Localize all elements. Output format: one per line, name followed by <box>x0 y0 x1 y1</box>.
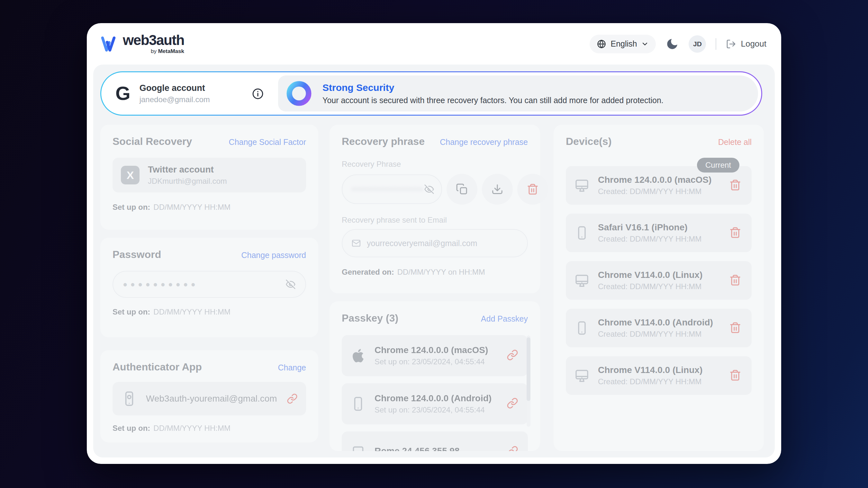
delete-phrase-button[interactable] <box>517 174 548 205</box>
trash-icon[interactable] <box>729 227 741 239</box>
recovery-email-label: Recovery phrase sent to Email <box>342 216 528 225</box>
header-controls: English JD Logout <box>590 35 767 53</box>
info-icon[interactable] <box>252 88 264 100</box>
device-meta: Created: DD/MM/YYY HH:MM <box>598 282 703 291</box>
laptop-icon <box>350 444 366 451</box>
account-title: Google account <box>140 83 210 93</box>
copy-icon <box>456 183 468 195</box>
passkey-meta: Set up on: 23/05/2024, 04:55:44 <box>374 357 488 366</box>
smartphone-icon <box>350 396 366 412</box>
dark-mode-toggle-moon-icon[interactable] <box>665 37 679 51</box>
change-recovery-phrase-link[interactable]: Change recovery phrase <box>440 137 528 147</box>
mail-icon <box>351 238 361 248</box>
passkey-name: Chrome 124.0.0.0 (macOS) <box>374 345 488 355</box>
logout-icon <box>726 39 736 49</box>
recovery-email-value: yourrecoveryemail@gmail.com <box>367 239 477 248</box>
trash-icon[interactable] <box>729 322 741 334</box>
add-passkey-link[interactable]: Add Passkey <box>481 314 528 324</box>
recovery-phrase-card: Recovery phrase Change recovery phrase R… <box>330 125 540 293</box>
password-field[interactable]: ●●●●●●●●●● <box>113 271 306 298</box>
passkey-meta: Set up on: 23/05/2024, 04:55:44 <box>374 405 492 415</box>
trash-icon[interactable] <box>729 274 741 286</box>
trash-icon[interactable] <box>729 369 741 381</box>
web3auth-logo: web3auth by MetaMask <box>101 33 184 55</box>
link-icon[interactable] <box>507 446 518 451</box>
trash-icon <box>527 183 539 195</box>
authenticator-phone-icon <box>121 390 137 407</box>
recovery-phrase-field[interactable]: •••••••••••••••••• <box>342 174 442 204</box>
header-divider <box>716 38 716 50</box>
device-name: Chrome 124.0.0.0 (macOS) <box>598 175 711 185</box>
security-banner: G Google account janedoe@gmail.com Stron… <box>100 71 762 116</box>
desktop-icon <box>574 368 590 383</box>
recovery-phrase-title: Recovery phrase <box>342 136 425 148</box>
globe-icon <box>597 39 606 49</box>
authenticator-row: Web3auth-youremail@gmal.com <box>113 382 306 415</box>
eye-off-icon[interactable] <box>285 279 296 289</box>
x-twitter-icon: X <box>121 166 140 185</box>
passkey-row: Chrome 124.0.0.0 (macOS) Set up on: 23/0… <box>342 335 528 376</box>
desktop-icon <box>574 178 590 193</box>
factors-area: Social Recovery Change Social Factor X T… <box>93 125 775 457</box>
device-name: Chrome V114.0.0 (Linux) <box>598 270 703 280</box>
download-icon <box>491 183 503 195</box>
device-name: Chrome V114.0.0 (Linux) <box>598 365 703 375</box>
eye-off-icon[interactable] <box>424 184 434 194</box>
change-authenticator-link[interactable]: Change <box>278 363 306 372</box>
device-meta: Created: DD/MM/YYY HH:MM <box>598 377 703 386</box>
recovery-generated-date: Generated on:DD/MM/YYYY on HH:MM <box>342 268 528 276</box>
app-header: web3auth by MetaMask English JD Logout <box>87 23 781 65</box>
social-account-email: JDKmurthi@gmail.com <box>148 177 227 186</box>
language-selector[interactable]: English <box>590 35 656 53</box>
logo-byline: by MetaMask <box>151 48 184 55</box>
unlink-icon[interactable] <box>287 393 298 404</box>
device-name: Safari V16.1 (iPhone) <box>598 222 702 233</box>
device-row: Current Chrome 124.0.0.0 (macOS) Created… <box>566 166 752 205</box>
authenticator-title: Authenticator App <box>113 361 202 373</box>
web3auth-logo-icon <box>101 36 118 52</box>
passkey-title: Passkey (3) <box>342 312 398 324</box>
device-row: Chrome V114.0.0 (Linux) Created: DD/MM/Y… <box>566 356 752 395</box>
copy-phrase-button[interactable] <box>446 174 477 205</box>
authenticator-card: Authenticator App Change Web3auth-yourem… <box>100 350 318 443</box>
password-setup-date: Set up on:DD/MM/YYYY HH:MM <box>113 307 306 317</box>
social-recovery-title: Social Recovery <box>113 136 192 148</box>
column-right: Device(s) Delete all Current Chrome 124.… <box>554 125 764 451</box>
smartphone-icon <box>574 320 590 336</box>
logo-wordmark: web3auth <box>123 33 184 47</box>
column-left: Social Recovery Change Social Factor X T… <box>100 125 318 443</box>
device-row: Chrome V114.0.0 (Android) Created: DD/MM… <box>566 309 752 347</box>
page-background: web3auth by MetaMask English JD Logout <box>0 0 868 488</box>
user-avatar[interactable]: JD <box>689 35 706 53</box>
devices-card: Device(s) Delete all Current Chrome 124.… <box>554 125 764 451</box>
content-panel: G Google account janedoe@gmail.com Stron… <box>93 65 775 457</box>
password-title: Password <box>113 249 161 261</box>
device-list: Current Chrome 124.0.0.0 (macOS) Created… <box>566 166 752 395</box>
security-ring-icon <box>286 81 311 106</box>
download-phrase-button[interactable] <box>482 174 513 205</box>
smartphone-icon <box>574 225 590 240</box>
recovery-phrase-label: Recovery Phrase <box>342 160 528 169</box>
link-icon[interactable] <box>507 397 518 409</box>
social-setup-date: Set up on:DD/MM/YYYY HH:MM <box>113 203 306 212</box>
delete-all-link[interactable]: Delete all <box>718 137 752 147</box>
link-icon[interactable] <box>507 349 518 361</box>
recovery-email-field[interactable]: yourrecoveryemail@gmail.com <box>342 229 528 257</box>
password-masked-value: ●●●●●●●●●● <box>123 280 198 289</box>
devices-title: Device(s) <box>566 136 612 148</box>
passkey-card: Passkey (3) Add Passkey Chrome 124.0.0.0… <box>330 301 540 451</box>
security-title: Strong Security <box>322 82 663 93</box>
device-row: Safari V16.1 (iPhone) Created: DD/MM/YYY… <box>566 214 752 252</box>
current-device-badge: Current <box>697 158 739 172</box>
logout-button[interactable]: Logout <box>726 39 767 49</box>
google-logo-icon: G <box>116 84 130 103</box>
recovery-phrase-masked: •••••••••••••••••• <box>352 185 424 194</box>
scrollbar-thumb[interactable] <box>527 337 530 401</box>
change-password-link[interactable]: Change password <box>241 251 306 260</box>
logout-label: Logout <box>741 39 767 49</box>
apple-icon <box>350 348 366 364</box>
change-social-factor-link[interactable]: Change Social Factor <box>229 137 306 147</box>
twitter-account-row: X Twitter account JDKmurthi@gmail.com <box>113 158 306 192</box>
device-meta: Created: DD/MM/YYY HH:MM <box>598 234 702 243</box>
trash-icon[interactable] <box>729 179 741 191</box>
